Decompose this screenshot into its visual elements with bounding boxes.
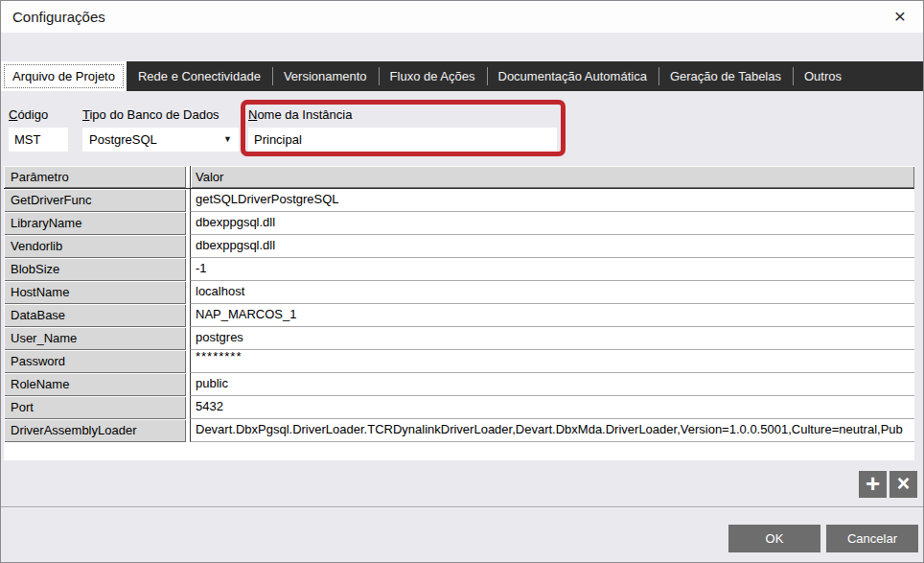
ok-button[interactable]: OK [728,525,820,552]
table-row: Password ******** [4,350,914,373]
tab-fluxo-de-acoes[interactable]: Fluxo de Ações [379,61,487,91]
tipo-banco-label: Tipo do Banco de Dados [82,107,219,122]
table-row: RoleName public [4,373,914,396]
param-cell: BlobSize [4,258,186,281]
value-cell-password[interactable]: ******** [190,350,914,373]
value-cell[interactable]: 5432 [190,396,914,419]
tab-rede-e-conectividade[interactable]: Rede e Conectividade [127,61,272,91]
param-cell: HostName [4,281,186,304]
table-row: HostName localhost [4,281,914,304]
param-column-header: Parâmetro [4,166,186,188]
value-cell[interactable]: NAP_MARCOS_1 [190,304,914,327]
param-cell: DriverAssemblyLoader [4,419,186,442]
table-row: BlobSize -1 [4,258,914,281]
param-cell: LibraryName [4,212,186,235]
value-cell[interactable]: dbexppgsql.dll [190,235,914,258]
param-cell: GetDriverFunc [4,189,186,212]
param-cell: Port [4,396,186,419]
grid-header-row: Parâmetro Valor [4,166,914,189]
x-icon: × [897,471,910,496]
nome-instancia-input[interactable] [248,128,557,152]
table-row: Port 5432 [4,396,914,419]
table-row: DataBase NAP_MARCOS_1 [4,304,914,327]
tab-geracao-de-tabelas[interactable]: Geração de Tabelas [658,61,793,91]
value-cell[interactable]: -1 [190,258,914,281]
title-bar: Configurações × [1,1,923,33]
value-cell[interactable]: localhost [190,281,914,304]
value-cell[interactable]: getSQLDriverPostgreSQL [190,189,914,212]
plus-icon: + [866,469,880,498]
chevron-down-icon[interactable]: ▼ [223,128,232,152]
close-icon[interactable]: × [885,1,915,33]
tab-arquivo-de-projeto[interactable]: Arquivo de Projeto [1,61,127,91]
settings-dialog: Configurações × Arquivo de Projeto Rede … [0,0,924,563]
delete-row-button[interactable]: × [889,471,917,498]
cancel-button[interactable]: Cancelar [826,525,918,552]
tab-versionamento[interactable]: Versionamento [272,61,379,91]
value-cell[interactable]: Devart.DbxPgsql.DriverLoader.TCRDynalink… [190,419,914,442]
param-cell: DataBase [4,304,186,327]
table-row: Vendorlib dbexppgsql.dll [4,235,914,258]
parameters-grid: Parâmetro Valor GetDriverFunc getSQLDriv… [4,166,914,460]
codigo-label: Código [9,107,48,122]
value-cell[interactable]: public [190,373,914,396]
value-cell[interactable]: postgres [190,327,914,350]
value-cell[interactable]: dbexppgsql.dll [190,212,914,235]
table-row: User_Name postgres [4,327,914,350]
add-row-button[interactable]: + [859,471,887,498]
tipo-banco-selected-value: PostgreSQL [89,128,157,152]
codigo-input[interactable] [9,128,68,152]
tab-bar: Arquivo de Projeto Rede e Conectividade … [1,61,923,91]
value-column-header: Valor [190,166,914,188]
table-row: LibraryName dbexppgsql.dll [4,212,914,235]
param-cell: Vendorlib [4,235,186,258]
tab-documentacao-automatica[interactable]: Documentação Automática [487,61,658,91]
nome-instancia-label: Nome da Instância [248,107,352,122]
param-cell: RoleName [4,373,186,396]
tipo-banco-dropdown[interactable]: PostgreSQL ▼ [82,128,239,152]
param-cell: User_Name [4,327,186,350]
table-row: GetDriverFunc getSQLDriverPostgreSQL [4,189,914,212]
param-cell: Password [4,350,186,373]
footer-divider [1,506,923,508]
window-title: Configurações [12,1,105,33]
table-row: DriverAssemblyLoader Devart.DbxPgsql.Dri… [4,419,914,442]
tab-outros[interactable]: Outros [793,61,853,91]
